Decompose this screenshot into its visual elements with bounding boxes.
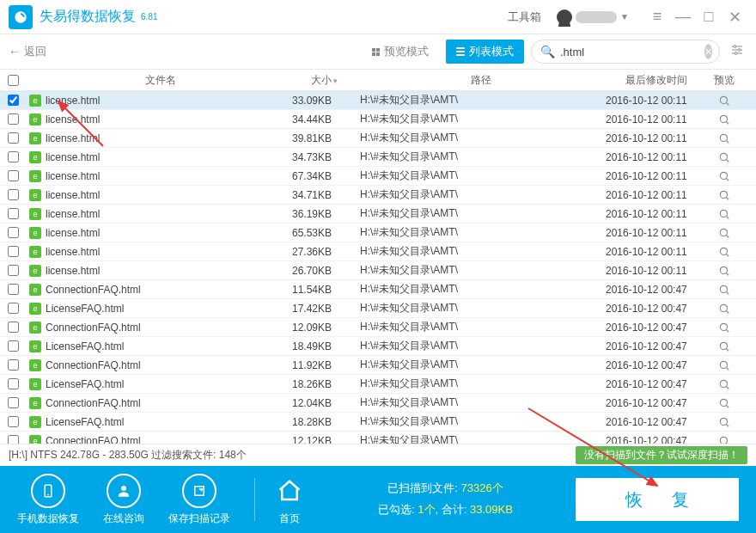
back-button[interactable]: ← 返回 xyxy=(9,44,46,59)
user-menu[interactable]: ▼ xyxy=(557,9,629,25)
html-file-icon: e xyxy=(29,322,41,334)
preview-button[interactable] xyxy=(707,113,741,126)
table-row[interactable]: elicense.html65.53KBH:\#未知父目录\AMT\2016-1… xyxy=(0,224,756,242)
export-icon xyxy=(182,474,216,508)
preview-button[interactable] xyxy=(707,416,741,428)
select-all-checkbox[interactable] xyxy=(8,75,19,86)
user-avatar-icon xyxy=(557,9,572,25)
preview-button[interactable] xyxy=(707,132,741,144)
html-file-icon: e xyxy=(29,246,41,258)
save-scan-button[interactable]: 保存扫描记录 xyxy=(168,474,230,526)
row-checkbox[interactable] xyxy=(8,95,19,106)
row-checkbox[interactable] xyxy=(8,265,19,276)
online-chat-button[interactable]: 在线咨询 xyxy=(103,474,144,526)
file-path: H:\#未知父目录\AMT\ xyxy=(357,301,606,316)
file-date: 2016-10-12 00:11 xyxy=(606,208,707,220)
list-mode-button[interactable]: 列表模式 xyxy=(446,40,524,64)
svg-point-42 xyxy=(720,437,727,444)
table-row[interactable]: eLicenseFAQ.html17.42KBH:\#未知父目录\AMT\201… xyxy=(0,299,756,318)
toolbox-link[interactable]: 工具箱 xyxy=(508,9,541,25)
table-row[interactable]: eConnectionFAQ.html12.04KBH:\#未知父目录\AMT\… xyxy=(0,394,756,413)
header-name[interactable]: 文件名 xyxy=(26,73,292,88)
preview-button[interactable] xyxy=(707,340,741,352)
preview-button[interactable] xyxy=(707,246,741,258)
table-row[interactable]: eConnectionFAQ.html12.09KBH:\#未知父目录\AMT\… xyxy=(0,318,756,337)
table-row[interactable]: elicense.html26.70KBH:\#未知父目录\AMT\2016-1… xyxy=(0,261,756,280)
html-file-icon: e xyxy=(29,265,41,277)
file-date: 2016-10-12 00:11 xyxy=(606,265,707,277)
row-checkbox[interactable] xyxy=(8,246,19,257)
table-row[interactable]: elicense.html33.09KBH:\#未知父目录\AMT\2016-1… xyxy=(0,91,756,110)
header-path[interactable]: 路径 xyxy=(357,73,606,88)
table-row[interactable]: elicense.html27.36KBH:\#未知父目录\AMT\2016-1… xyxy=(0,242,756,261)
table-row[interactable]: eConnectionFAQ.html11.54KBH:\#未知父目录\AMT\… xyxy=(0,280,756,299)
preview-button[interactable] xyxy=(707,208,741,220)
preview-button[interactable] xyxy=(707,95,741,107)
search-box[interactable]: 🔍 ✕ xyxy=(531,40,720,64)
maximize-button[interactable]: □ xyxy=(696,4,722,30)
preview-button[interactable] xyxy=(707,322,741,334)
table-row[interactable]: elicense.html36.19KBH:\#未知父目录\AMT\2016-1… xyxy=(0,205,756,224)
preview-button[interactable] xyxy=(707,397,741,409)
row-checkbox[interactable] xyxy=(8,151,19,162)
preview-button[interactable] xyxy=(707,265,741,277)
table-row[interactable]: elicense.html39.81KBH:\#未知父目录\AMT\2016-1… xyxy=(0,129,756,148)
row-checkbox[interactable] xyxy=(8,189,19,200)
preview-button[interactable] xyxy=(707,303,741,315)
preview-button[interactable] xyxy=(707,151,741,163)
svg-point-30 xyxy=(720,323,727,330)
file-name: license.html xyxy=(46,95,100,107)
header-size[interactable]: 大小▾ xyxy=(292,73,357,88)
table-row[interactable]: eConnectionFAQ.html11.92KBH:\#未知父目录\AMT\… xyxy=(0,356,756,375)
file-name: license.html xyxy=(46,170,100,182)
minimize-button[interactable]: — xyxy=(670,4,696,30)
search-input[interactable] xyxy=(560,46,704,58)
table-row[interactable]: eLicenseFAQ.html18.49KBH:\#未知父目录\AMT\201… xyxy=(0,337,756,356)
deep-scan-button[interactable]: 没有扫描到文件？试试深度扫描！ xyxy=(576,446,747,464)
phone-icon xyxy=(31,474,65,508)
table-row[interactable]: elicense.html34.44KBH:\#未知父目录\AMT\2016-1… xyxy=(0,110,756,129)
row-checkbox[interactable] xyxy=(8,227,19,238)
row-checkbox[interactable] xyxy=(8,378,19,389)
recover-button[interactable]: 恢 复 xyxy=(576,478,739,521)
preview-button[interactable] xyxy=(707,435,741,444)
close-button[interactable]: ✕ xyxy=(722,4,747,30)
row-checkbox[interactable] xyxy=(8,435,19,444)
preview-button[interactable] xyxy=(707,359,741,371)
home-button[interactable]: 首页 xyxy=(272,474,307,526)
row-checkbox[interactable] xyxy=(8,340,19,352)
html-file-icon: e xyxy=(29,435,41,444)
preview-mode-button[interactable]: 预览模式 xyxy=(362,40,439,64)
clear-search-button[interactable]: ✕ xyxy=(704,44,712,59)
row-checkbox[interactable] xyxy=(8,113,19,125)
file-path: H:\#未知父目录\AMT\ xyxy=(357,433,606,444)
header-modified[interactable]: 最后修改时间 xyxy=(606,73,707,88)
row-checkbox[interactable] xyxy=(8,132,19,144)
preview-button[interactable] xyxy=(707,227,741,239)
row-checkbox[interactable] xyxy=(8,208,19,219)
header-preview[interactable]: 预览 xyxy=(707,73,741,88)
html-file-icon: e xyxy=(29,303,41,315)
html-file-icon: e xyxy=(29,189,41,201)
preview-button[interactable] xyxy=(707,170,741,182)
row-checkbox[interactable] xyxy=(8,359,19,371)
file-date: 2016-10-12 00:11 xyxy=(606,113,707,126)
menu-button[interactable]: ≡ xyxy=(644,4,670,30)
table-row[interactable]: elicense.html34.73KBH:\#未知父目录\AMT\2016-1… xyxy=(0,148,756,167)
preview-button[interactable] xyxy=(707,284,741,296)
row-checkbox[interactable] xyxy=(8,170,19,181)
table-row[interactable]: eLicenseFAQ.html18.28KBH:\#未知父目录\AMT\201… xyxy=(0,413,756,432)
row-checkbox[interactable] xyxy=(8,322,19,333)
row-checkbox[interactable] xyxy=(8,416,19,427)
table-row[interactable]: elicense.html67.34KBH:\#未知父目录\AMT\2016-1… xyxy=(0,167,756,186)
preview-button[interactable] xyxy=(707,189,741,201)
table-row[interactable]: eConnectionFAQ.html12.12KBH:\#未知父目录\AMT\… xyxy=(0,432,756,444)
table-row[interactable]: eLicenseFAQ.html18.26KBH:\#未知父目录\AMT\201… xyxy=(0,375,756,394)
table-row[interactable]: elicense.html34.71KBH:\#未知父目录\AMT\2016-1… xyxy=(0,186,756,205)
filter-button[interactable] xyxy=(727,43,747,61)
phone-recovery-button[interactable]: 手机数据恢复 xyxy=(17,474,79,526)
preview-button[interactable] xyxy=(707,378,741,390)
row-checkbox[interactable] xyxy=(8,284,19,295)
row-checkbox[interactable] xyxy=(8,397,19,408)
row-checkbox[interactable] xyxy=(8,303,19,314)
